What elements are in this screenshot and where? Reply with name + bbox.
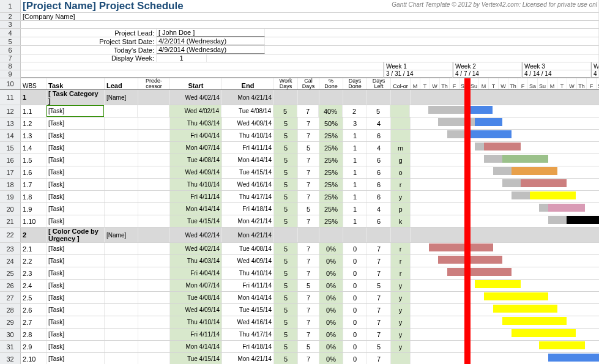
group1-wbs[interactable]: 1 bbox=[21, 90, 47, 105]
cell-caldays[interactable]: 7 bbox=[298, 130, 319, 141]
cell-end[interactable]: Fri 4/11/14 bbox=[222, 142, 274, 154]
col-pred[interactable]: Prede-cessor bbox=[138, 78, 170, 89]
cell-pred[interactable] bbox=[138, 179, 170, 190]
cell-start[interactable]: Fri 4/11/14 bbox=[170, 191, 222, 202]
task-row[interactable]: 131.2[Task]Thu 4/03/14Wed 4/09/145750%34 bbox=[0, 117, 599, 130]
cell-workdays[interactable]: 5 bbox=[274, 117, 298, 129]
cell-caldays[interactable]: 7 bbox=[298, 255, 319, 267]
cell-daysdone[interactable]: 0 bbox=[343, 304, 367, 316]
task-row[interactable]: 242.2[Task]Thu 4/03/14Wed 4/09/14570%07r bbox=[0, 255, 599, 267]
cell-workdays[interactable]: 5 bbox=[274, 341, 298, 352]
col-cd[interactable]: Cal Days bbox=[298, 78, 319, 89]
cell-pred[interactable] bbox=[138, 329, 170, 340]
cell-workdays[interactable]: 5 bbox=[274, 304, 298, 316]
cell-pctdone[interactable]: 0% bbox=[319, 267, 343, 279]
cell-pctdone[interactable]: 25% bbox=[319, 215, 343, 227]
cell-end[interactable]: Wed 4/16/14 bbox=[222, 316, 274, 328]
cell-task[interactable]: [Task] bbox=[47, 316, 105, 328]
cell-lead[interactable] bbox=[105, 280, 138, 291]
cell-wbs[interactable]: 2.7 bbox=[21, 316, 47, 328]
col-task[interactable]: Task bbox=[47, 78, 105, 89]
cell-daysleft[interactable]: 4 bbox=[367, 203, 391, 215]
cell-pctdone[interactable]: 0% bbox=[319, 353, 343, 364]
cell-workdays[interactable]: 5 bbox=[274, 203, 298, 215]
row-number[interactable]: 2 bbox=[0, 13, 21, 20]
cell-daysleft[interactable]: 4 bbox=[367, 117, 391, 129]
cell-workdays[interactable]: 5 bbox=[274, 243, 298, 254]
cell-color[interactable]: y bbox=[391, 292, 411, 303]
cell-workdays[interactable]: 5 bbox=[274, 267, 298, 279]
table-row[interactable]: 7 Display Week: 1 bbox=[0, 54, 599, 62]
cell-start[interactable]: Mon 4/07/14 bbox=[170, 280, 222, 291]
cell-end[interactable]: Thu 4/17/14 bbox=[222, 191, 274, 202]
cell-wbs[interactable]: 2.6 bbox=[21, 304, 47, 316]
cell-pctdone[interactable]: 0% bbox=[319, 316, 343, 328]
cell-pred[interactable] bbox=[138, 255, 170, 267]
cell-pred[interactable] bbox=[138, 280, 170, 291]
cell-color[interactable]: y bbox=[391, 304, 411, 316]
cell-end[interactable]: Fri 4/18/14 bbox=[222, 341, 274, 352]
cell-wbs[interactable]: 2.2 bbox=[21, 255, 47, 267]
cell-wbs[interactable]: 1.6 bbox=[21, 166, 47, 178]
cell-wbs[interactable]: 2.8 bbox=[21, 329, 47, 340]
col-color[interactable]: Col-or bbox=[391, 78, 411, 89]
cell-caldays[interactable]: 7 bbox=[298, 267, 319, 279]
task-row[interactable]: 272.5[Task]Tue 4/08/14Mon 4/14/14570%07y bbox=[0, 292, 599, 304]
cell-wbs[interactable]: 2.4 bbox=[21, 280, 47, 291]
cell-daysleft[interactable]: 6 bbox=[367, 130, 391, 141]
cell-end[interactable]: Fri 4/11/14 bbox=[222, 280, 274, 291]
cell-workdays[interactable]: 5 bbox=[274, 166, 298, 178]
cell-wbs[interactable]: 2.5 bbox=[21, 292, 47, 303]
task-row[interactable]: 191.8[Task]Fri 4/11/14Thu 4/17/145725%16… bbox=[0, 191, 599, 203]
cell-caldays[interactable]: 7 bbox=[298, 304, 319, 316]
cell-caldays[interactable]: 5 bbox=[298, 142, 319, 154]
cell-start[interactable]: Wed 4/02/14 bbox=[170, 243, 222, 254]
cell-start[interactable]: Wed 4/09/14 bbox=[170, 304, 222, 316]
cell-daysleft[interactable]: 6 bbox=[367, 191, 391, 202]
cell-start[interactable]: Thu 4/10/14 bbox=[170, 179, 222, 190]
cell-workdays[interactable]: 5 bbox=[274, 154, 298, 166]
start-date-value[interactable]: 4/2/2014 (Wednesday) bbox=[157, 37, 265, 45]
col-start[interactable]: Start bbox=[170, 78, 222, 89]
cell-caldays[interactable]: 5 bbox=[298, 203, 319, 215]
cell-daysleft[interactable]: 6 bbox=[367, 154, 391, 166]
cell-start[interactable]: Fri 4/11/14 bbox=[170, 329, 222, 340]
cell-pred[interactable] bbox=[138, 353, 170, 364]
cell-color[interactable]: m bbox=[391, 142, 411, 154]
cell-daysdone[interactable]: 1 bbox=[343, 166, 367, 178]
cell-task[interactable]: [Task] bbox=[47, 203, 105, 215]
cell-task[interactable]: [Task] bbox=[47, 154, 105, 166]
cell-pctdone[interactable]: 25% bbox=[319, 142, 343, 154]
cell-pred[interactable] bbox=[138, 243, 170, 254]
cell-color[interactable] bbox=[390, 105, 410, 117]
cell-pred[interactable] bbox=[138, 117, 170, 129]
cell-task[interactable]: [Task] bbox=[47, 353, 105, 364]
cell-end[interactable]: Thu 4/10/14 bbox=[222, 130, 274, 141]
cell-caldays[interactable]: 7 bbox=[298, 329, 319, 340]
cell-pred[interactable] bbox=[138, 203, 170, 215]
cell-workdays[interactable]: 5 bbox=[274, 292, 298, 303]
todays-date-value[interactable]: 4/9/2014 (Wednesday) bbox=[157, 46, 265, 54]
cell-lead[interactable] bbox=[105, 191, 138, 202]
cell-pctdone[interactable]: 25% bbox=[319, 166, 343, 178]
cell-color[interactable]: r bbox=[391, 267, 411, 279]
cell-lead[interactable] bbox=[105, 329, 138, 340]
task-row[interactable]: 262.4[Task]Mon 4/07/14Fri 4/11/14550%05y bbox=[0, 280, 599, 292]
cell-daysdone[interactable]: 1 bbox=[343, 142, 367, 154]
cell-end[interactable]: Fri 4/18/14 bbox=[222, 203, 274, 215]
cell-end[interactable]: Mon 4/21/14 bbox=[222, 215, 274, 227]
group2-start[interactable]: Wed 4/02/14 bbox=[170, 228, 222, 242]
task-row[interactable]: 151.4[Task]Mon 4/07/14Fri 4/11/145525%14… bbox=[0, 142, 599, 154]
cell-daysleft[interactable]: 6 bbox=[367, 179, 391, 190]
cell-start[interactable]: Mon 4/14/14 bbox=[170, 341, 222, 352]
cell-start[interactable]: Thu 4/10/14 bbox=[170, 316, 222, 328]
cell-lead[interactable] bbox=[105, 117, 138, 129]
cell-task[interactable]: [Task] bbox=[47, 341, 105, 352]
cell-lead[interactable] bbox=[105, 142, 138, 154]
table-row[interactable]: 9 3 / 31 / 14 4 / 7 / 14 4 / 14 / 14 4 /… bbox=[0, 70, 599, 78]
cell-daysdone[interactable]: 1 bbox=[343, 215, 367, 227]
cell-pred[interactable] bbox=[138, 304, 170, 316]
cell-end[interactable]: Tue 4/08/14 bbox=[221, 105, 273, 117]
cell-wbs[interactable]: 1.7 bbox=[21, 179, 47, 190]
cell-color[interactable]: p bbox=[391, 203, 411, 215]
